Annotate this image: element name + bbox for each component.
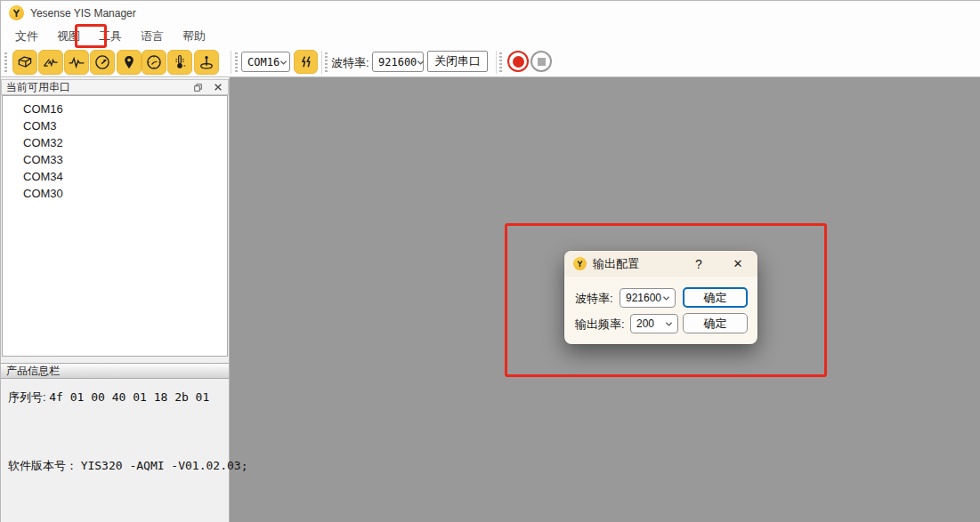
window-title: Yesense YIS Manager — [30, 7, 136, 20]
thermometer-icon — [171, 53, 189, 71]
software-version-line: 软件版本号： YIS320 -AQMI -V01.02.03; — [8, 458, 247, 474]
close-serial-port-button[interactable]: 关闭串口 — [427, 51, 488, 72]
baud-rate-label: 波特率: — [331, 55, 369, 71]
probe-icon — [198, 53, 215, 71]
chevron-down-icon — [662, 292, 670, 304]
menu-tools[interactable]: 工具 — [92, 26, 129, 47]
port-list-item[interactable]: COM34 — [3, 168, 227, 185]
baud-combo-value: 921600 — [378, 56, 417, 68]
dialog-freq-ok-button[interactable]: 确定 — [683, 313, 748, 333]
dock-close-button[interactable] — [212, 82, 223, 93]
dialog-freq-label: 输出频率: — [575, 317, 625, 333]
gauge-button[interactable] — [90, 50, 115, 75]
port-combo[interactable]: COM16 — [241, 52, 290, 72]
output-config-dialog: 输出配置 ? ✕ 波特率: 921600 确定 输出频率: 200 确定 — [564, 251, 757, 344]
close-icon — [214, 83, 223, 92]
cube-3d-icon — [16, 53, 34, 71]
port-list-item[interactable]: COM33 — [3, 151, 227, 168]
yesense-logo-icon — [573, 257, 587, 270]
stop-icon — [538, 58, 546, 66]
pulse-wave-button[interactable] — [64, 50, 89, 75]
menubar: 文件 视图 工具 语言 帮助 — [1, 25, 980, 47]
record-icon — [513, 56, 524, 68]
software-version-value: YIS320 -AQMI -V01.02.03; — [81, 459, 248, 472]
port-list-item[interactable]: COM30 — [3, 185, 227, 202]
attitude-wave-icon — [42, 53, 60, 71]
dialog-title: 输出配置 — [593, 256, 639, 272]
float-restore-icon — [193, 83, 203, 92]
toolbar: COM16 波特率: 921600 关闭串口 — [1, 47, 980, 77]
dock-title: 当前可用串口 — [6, 80, 70, 95]
refresh-ports-button[interactable] — [294, 50, 318, 74]
toolbar-grip[interactable] — [235, 52, 238, 72]
app-window: Yesense YIS Manager 文件 视图 工具 语言 帮助 — [0, 0, 980, 522]
titlebar: Yesense YIS Manager — [1, 1, 980, 25]
serial-number-label: 序列号: — [8, 390, 46, 404]
port-list-item[interactable]: COM3 — [3, 117, 227, 134]
serial-number-line: 序列号: 4f 01 00 40 01 18 2b 01 — [8, 389, 209, 406]
toolbar-separator — [321, 51, 322, 74]
dialog-help-button[interactable]: ? — [689, 251, 709, 277]
dialog-freq-value: 200 — [636, 317, 654, 330]
gauge-icon — [93, 53, 111, 71]
port-combo-value: COM16 — [247, 56, 279, 68]
utc-clock-icon — [145, 53, 163, 71]
location-pin-icon — [121, 53, 137, 71]
stop-button[interactable] — [530, 51, 552, 72]
toolbar-grip[interactable] — [325, 52, 328, 72]
serial-number-value: 4f 01 00 40 01 18 2b 01 — [49, 390, 209, 404]
port-list-item[interactable]: COM16 — [3, 100, 227, 117]
dialog-freq-combo[interactable]: 200 — [630, 314, 678, 333]
pulse-wave-icon — [68, 53, 85, 71]
menu-view[interactable]: 视图 — [50, 26, 87, 47]
serial-port-dock: 当前可用串口 COM16 COM3 COM32 COM33 COM34 COM3… — [1, 78, 230, 522]
attitude-wave-button[interactable] — [38, 50, 63, 75]
menu-language[interactable]: 语言 — [134, 26, 171, 47]
product-info-header: 产品信息栏 — [1, 363, 229, 379]
refresh-bolts-icon — [298, 54, 314, 70]
chevron-down-icon — [665, 317, 673, 330]
record-button[interactable] — [507, 51, 529, 72]
available-ports-list: COM16 COM3 COM32 COM33 COM34 COM30 — [2, 95, 228, 357]
location-button[interactable] — [117, 50, 142, 75]
menu-help[interactable]: 帮助 — [175, 26, 213, 47]
dialog-baud-ok-button[interactable]: 确定 — [683, 287, 748, 308]
toolbar-separator — [231, 51, 231, 74]
utc-clock-button[interactable] — [142, 50, 166, 75]
menu-file[interactable]: 文件 — [8, 26, 45, 47]
dialog-baud-label: 波特率: — [575, 291, 613, 307]
toolbar-grip[interactable] — [499, 52, 502, 72]
toolbar-separator — [496, 51, 497, 74]
chevron-down-icon — [279, 56, 288, 68]
toolbar-grip[interactable] — [4, 52, 7, 72]
chevron-down-icon — [417, 56, 425, 68]
probe-button[interactable] — [194, 50, 219, 75]
baud-combo[interactable]: 921600 — [372, 52, 424, 72]
dialog-close-button[interactable]: ✕ — [726, 251, 749, 277]
dock-header: 当前可用串口 — [1, 79, 229, 95]
thermometer-button[interactable] — [167, 50, 192, 75]
yesense-logo-icon — [9, 5, 24, 20]
software-version-label: 软件版本号： — [8, 459, 77, 472]
dialog-baud-value: 921600 — [626, 292, 661, 304]
port-list-item[interactable]: COM32 — [3, 134, 227, 151]
cube-3d-button[interactable] — [12, 50, 37, 75]
dialog-baud-combo[interactable]: 921600 — [620, 288, 676, 308]
dialog-titlebar: 输出配置 ? ✕ — [564, 251, 757, 277]
dock-float-button[interactable] — [192, 82, 204, 93]
